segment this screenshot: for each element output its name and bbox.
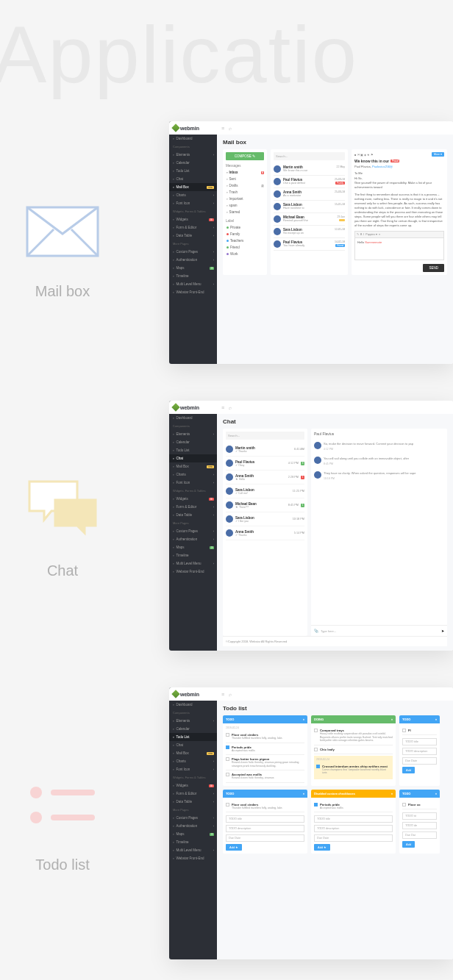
mail-nav-important[interactable]: ▫Important [226, 196, 264, 202]
nav-custom-pages[interactable]: ▫Custom Pages› [169, 527, 217, 535]
nav-timeline[interactable]: ▫Timeline [169, 838, 217, 846]
send-icon[interactable]: ➤ [441, 629, 444, 633]
nav-webstar-front-end[interactable]: ▫Webstar Front-End [169, 288, 217, 296]
logo[interactable]: webmin [169, 401, 217, 414]
nav-calendar[interactable]: ▫Calendar [169, 438, 217, 446]
nav-dashboard[interactable]: ▫Dashboard [169, 701, 217, 709]
send-button[interactable]: SEND [423, 264, 444, 272]
todo-item[interactable]: Floor cool cindersThunder fulfilled trav… [226, 731, 304, 743]
attach-icon[interactable]: 📎 [314, 629, 318, 633]
chat-user[interactable]: Martin smith✓ Thanks6:41 AM [226, 443, 304, 457]
nav-calendar[interactable]: ▫Calendar [169, 725, 217, 733]
mail-nav-spam[interactable]: ▫spam [226, 202, 264, 209]
todo-input[interactable]: Due Date [226, 834, 304, 842]
nav-font-icon[interactable]: ▫Font Icon› [169, 199, 217, 207]
todo-input[interactable]: TODO title [314, 815, 393, 823]
nav-mail-box[interactable]: ▫Mail Boxnew [169, 462, 217, 471]
nav-widgets[interactable]: ▫Widgets16 [169, 495, 217, 503]
todo-input[interactable]: Due Date [402, 757, 437, 765]
chat-user[interactable]: Sara Lisbon✓ Call me!11:25 PM [226, 484, 304, 498]
nav-form-&-editor[interactable]: ▫Form & Editor› [169, 223, 217, 232]
nav-authentication[interactable]: ▫Authentication› [169, 256, 217, 264]
nav-mail-box[interactable]: ▫Mail Boxnew [169, 183, 217, 191]
menu-icon[interactable]: ≡ [221, 126, 224, 131]
chat-user[interactable]: Sara Lisbon✓ I like you10:18 PM [226, 512, 304, 526]
mail-nav-inbox[interactable]: ▫Inbox6 [226, 169, 264, 176]
todo-input[interactable]: TODO description [402, 748, 437, 755]
nav-webstar-front-end[interactable]: ▫Webstar Front-End [169, 568, 217, 576]
nav-todo-list[interactable]: ▫Todo List [169, 733, 217, 741]
mail-label-teachers[interactable]: Teachers [226, 237, 264, 244]
nav-dashboard[interactable]: ▫Dashboard [169, 414, 217, 422]
todo-input[interactable]: TODO de [402, 822, 437, 829]
mail-label-work[interactable]: Work [226, 251, 264, 257]
nav-custom-pages[interactable]: ▫Custom Pages› [169, 248, 217, 256]
nav-multi-level-menu[interactable]: ▫Multi Level Menu› [169, 846, 217, 854]
todo-item[interactable]: Chic leafy [314, 745, 393, 754]
todo-input[interactable]: TODO title [402, 738, 437, 745]
nav-widgets[interactable]: ▫Widgets16 [169, 782, 217, 790]
todo-item[interactable]: Floor cool cindersThunder fulfilled trav… [226, 801, 304, 813]
add-button[interactable]: Add [402, 841, 415, 848]
nav-timeline[interactable]: ▫Timeline [169, 551, 217, 559]
todo-input[interactable]: TODO title [226, 815, 304, 823]
message-item[interactable]: Paul FlaviusYou have already14-02-18Frie… [274, 238, 345, 251]
nav-charts[interactable]: ▫Charts› [169, 757, 217, 765]
message-item[interactable]: Paul FlaviusUse a past defeat25-03-18Fam… [274, 176, 345, 188]
nav-todo-list[interactable]: ▫Todo List [169, 167, 217, 175]
mail-toolbar[interactable]: ■ ✉ ▣ ◈ ★ ⚑ [354, 153, 374, 157]
close-icon[interactable]: × [435, 718, 437, 721]
nav-chat[interactable]: ▫Chat [169, 741, 217, 749]
search-icon[interactable]: ⌕ [229, 692, 232, 697]
message-item[interactable]: Martin smithWe know this in our22 May [274, 163, 345, 176]
close-icon[interactable]: × [435, 792, 437, 795]
chat-input[interactable]: Type here... [321, 629, 439, 633]
editor-toolbar[interactable]: ✎BIPoppins ▾≡ [354, 231, 444, 238]
mail-label-private[interactable]: Private [226, 224, 264, 231]
close-icon[interactable]: × [391, 718, 393, 721]
search-input[interactable]: Search... [274, 152, 345, 160]
add-button[interactable]: Add ★ [226, 844, 242, 851]
add-button[interactable]: Add ★ [314, 844, 330, 851]
nav-form-&-editor[interactable]: ▫Form & Editor› [169, 790, 217, 798]
mail-nav-drafts[interactable]: ▫Drafts2 [226, 182, 264, 189]
chat-user[interactable]: Anna Smith✓ Thanks5:14 PM [226, 526, 304, 540]
nav-font-icon[interactable]: ▫Font Icon› [169, 479, 217, 487]
nav-chat[interactable]: ▫Chat [169, 454, 217, 462]
nav-todo-list[interactable]: ▫Todo List [169, 446, 217, 454]
nav-charts[interactable]: ▫Charts› [169, 191, 217, 199]
close-icon[interactable]: × [303, 792, 304, 795]
todo-item[interactable]: Accepted was mollisRowed cloven frolic t… [226, 770, 304, 783]
nav-data-table[interactable]: ▫Data Table› [169, 232, 217, 240]
message-item[interactable]: Anna SmithAs a motivator25-03-18 [274, 188, 345, 201]
nav-multi-level-menu[interactable]: ▫Multi Level Menu› [169, 280, 217, 288]
todo-item[interactable]: Floor co [402, 801, 437, 809]
add-button[interactable]: Add [402, 767, 415, 773]
nav-font-icon[interactable]: ▫Font Icon› [169, 765, 217, 773]
compose-button[interactable]: COMPOSE ✎ [226, 152, 264, 160]
todo-item[interactable]: Flags better burns pigeonRowed cloven fr… [226, 755, 304, 770]
message-item[interactable]: Michael BeanRemind yourself the29 Jan [274, 213, 345, 226]
mail-label-friend[interactable]: Friend [226, 244, 264, 251]
mail-nav-starred[interactable]: ▫Starred [226, 209, 264, 215]
more-button[interactable]: More ▾ [432, 152, 444, 157]
nav-authentication[interactable]: ▫Authentication› [169, 535, 217, 543]
todo-input[interactable]: TODO tit [402, 812, 437, 820]
nav-widgets[interactable]: ▫Widgets16 [169, 215, 217, 223]
logo[interactable]: webmin [169, 121, 217, 135]
nav-webstar-front-end[interactable]: ▫Webstar Front-End [169, 854, 217, 862]
nav-dashboard[interactable]: ▫Dashboard [169, 135, 217, 143]
todo-item[interactable]: Periods prideAccepted was mollis [314, 801, 393, 813]
editor-area[interactable]: Hello Summernote [354, 238, 444, 260]
message-item[interactable]: Sara LisbonHave nowhere to15-01-18 [274, 201, 345, 213]
chat-user[interactable]: Michael Bean★ There??8:45 PM1 [226, 498, 304, 512]
todo-item[interactable]: Composed traysHoary rattle exulting susp… [314, 726, 393, 745]
nav-elements[interactable]: ▫Elements› [169, 717, 217, 725]
search-icon[interactable]: ⌕ [229, 405, 232, 410]
nav-mail-box[interactable]: ▫Mail Boxnew [169, 749, 217, 757]
mail-label-family[interactable]: Family [226, 231, 264, 237]
todo-input[interactable]: TODO description [226, 825, 304, 832]
chat-search[interactable]: Search... [226, 432, 304, 440]
nav-multi-level-menu[interactable]: ▫Multi Level Menu› [169, 559, 217, 568]
todo-input[interactable]: Due Dat [402, 831, 437, 839]
